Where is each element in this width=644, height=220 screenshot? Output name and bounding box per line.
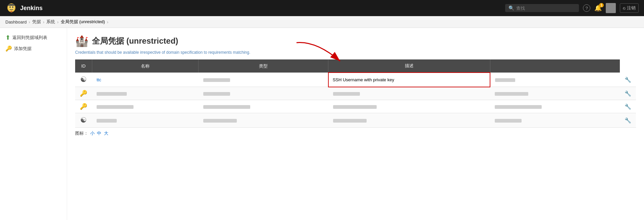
- app-title: Jenkins: [20, 5, 43, 12]
- cell-name-2: [199, 87, 328, 100]
- breadcrumb-dashboard[interactable]: Dashboard: [5, 19, 27, 25]
- icon-size-medium[interactable]: 中: [97, 131, 101, 136]
- cell-icon-4: ☯: [75, 113, 92, 128]
- cell-id-2: [92, 87, 199, 100]
- cell-id-1[interactable]: ttc: [92, 73, 199, 87]
- logout-button[interactable]: ⎋ 注销: [620, 3, 639, 13]
- top-nav-actions: 🔍 ? 🔔 1 ⎋ 注销: [505, 3, 639, 13]
- brand-area: Jenkins: [5, 2, 43, 14]
- breadcrumb-sep-3: ›: [57, 19, 58, 25]
- id-blurred-2: [97, 92, 127, 96]
- key-icon-2: 🔑: [80, 90, 87, 97]
- logout-label: 注销: [627, 5, 636, 11]
- cell-name-4: [199, 113, 328, 128]
- cell-name-3: [199, 100, 328, 113]
- wrench-icon-4[interactable]: 🔧: [625, 118, 631, 123]
- wrench-icon-2[interactable]: 🔧: [625, 91, 631, 96]
- wrench-icon-1[interactable]: 🔧: [625, 77, 631, 83]
- icon-size-controls: 图标： 小 中 大: [75, 130, 636, 136]
- notification-badge: 1: [599, 3, 604, 7]
- type-blurred-3: [333, 105, 377, 109]
- col-header-desc: 描述: [328, 59, 490, 73]
- top-navigation: Jenkins 🔍 ? 🔔 1 ⎋ 注销: [0, 0, 644, 16]
- col-header-actions: [490, 59, 620, 73]
- wrench-icon-3[interactable]: 🔧: [625, 104, 631, 109]
- content-area: 🏰 全局凭据 (unrestricted) Credentials that s…: [67, 28, 644, 220]
- name-blurred-2: [203, 92, 230, 96]
- table-body: ☯ ttc SSH Username with private key: [75, 73, 636, 128]
- breadcrumb-sep-1: ›: [29, 19, 30, 25]
- svg-point-2: [9, 6, 11, 8]
- sidebar-add-label: 添加凭据: [14, 46, 32, 52]
- cell-type-3: [328, 100, 490, 113]
- annotation-arrow-container: ID 名称 类型 描述 ☯ ttc: [75, 59, 636, 128]
- arrow-up-icon: ⬆: [5, 34, 10, 41]
- col-header-name: 名称: [92, 59, 199, 73]
- svg-rect-4: [10, 11, 12, 12]
- cell-icon-2: 🔑: [75, 87, 92, 100]
- breadcrumb-credentials[interactable]: 凭据: [32, 19, 41, 25]
- breadcrumb-sep-4: ›: [107, 19, 108, 25]
- table-row: ☯: [75, 113, 636, 128]
- jenkins-logo: [5, 2, 17, 14]
- search-box[interactable]: 🔍: [505, 4, 579, 12]
- id-blurred-3: [97, 105, 133, 109]
- cell-desc-3: [490, 100, 620, 113]
- page-subtitle: Credentials that should be available irr…: [75, 50, 636, 55]
- breadcrumb-system[interactable]: 系统: [46, 19, 55, 25]
- cell-icon-1: ☯: [75, 73, 92, 87]
- breadcrumb-current: 全局凭据 (unrestricted): [61, 19, 105, 25]
- desc-blurred-3: [495, 105, 542, 109]
- cell-id-4: [92, 113, 199, 128]
- logout-icon: ⎋: [623, 6, 626, 11]
- cell-desc-4: [490, 113, 620, 128]
- desc-blurred-2: [495, 92, 528, 96]
- page-icon: 🏰: [75, 35, 89, 47]
- table-header: ID 名称 类型 描述: [75, 59, 636, 73]
- svg-point-3: [12, 6, 13, 8]
- name-blurred-4: [203, 119, 237, 123]
- cell-desc-1: [490, 73, 620, 87]
- cell-actions-2[interactable]: 🔧: [620, 87, 636, 100]
- icon-size-small[interactable]: 小: [90, 131, 95, 136]
- table-row: 🔑: [75, 100, 636, 113]
- name-blurred-1: [203, 78, 230, 82]
- cell-actions-4[interactable]: 🔧: [620, 113, 636, 128]
- sidebar-back-label: 返回到凭据域列表: [12, 35, 47, 41]
- id-blurred-4: [97, 119, 117, 123]
- sidebar-item-add[interactable]: 🔑 添加凭据: [0, 43, 67, 54]
- fingerprint-icon-4: ☯: [80, 116, 87, 124]
- page-title-row: 🏰 全局凭据 (unrestricted): [75, 35, 636, 47]
- icon-size-large[interactable]: 大: [104, 131, 108, 136]
- table-row: ☯ ttc SSH Username with private key: [75, 73, 636, 87]
- desc-blurred-4: [495, 119, 522, 123]
- search-icon: 🔍: [508, 5, 514, 11]
- cell-id-3: [92, 100, 199, 113]
- cell-name-1: [199, 73, 328, 87]
- type-blurred-2: [333, 92, 360, 96]
- help-icon[interactable]: ?: [583, 4, 590, 12]
- desc-blurred-1: [495, 78, 515, 82]
- key-icon-3: 🔑: [80, 103, 87, 110]
- cell-type-1-highlighted: SSH Username with private key: [328, 73, 490, 87]
- cell-actions-1[interactable]: 🔧: [620, 73, 636, 87]
- user-avatar[interactable]: [606, 3, 616, 13]
- credential-link-ttc[interactable]: ttc: [97, 77, 101, 82]
- sidebar-item-back[interactable]: ⬆ 返回到凭据域列表: [0, 32, 67, 43]
- name-blurred-3: [203, 105, 250, 109]
- cell-icon-3: 🔑: [75, 100, 92, 113]
- table-row: 🔑: [75, 87, 636, 100]
- cell-actions-3[interactable]: 🔧: [620, 100, 636, 113]
- credentials-table: ID 名称 类型 描述 ☯ ttc: [75, 59, 636, 128]
- type-blurred-4: [333, 119, 367, 123]
- main-layout: ⬆ 返回到凭据域列表 🔑 添加凭据 🏰 全局凭据 (unrestricted) …: [0, 28, 644, 220]
- col-header-id: ID: [75, 59, 92, 73]
- page-title: 全局凭据 (unrestricted): [92, 36, 178, 46]
- cell-desc-2: [490, 87, 620, 100]
- col-header-type: 类型: [199, 59, 328, 73]
- breadcrumb: Dashboard › 凭据 › 系统 › 全局凭据 (unrestricted…: [0, 16, 644, 28]
- breadcrumb-sep-2: ›: [43, 19, 44, 25]
- notification-bell[interactable]: 🔔 1: [594, 4, 602, 12]
- icon-size-label: 图标: [75, 131, 84, 136]
- search-input[interactable]: [516, 6, 570, 11]
